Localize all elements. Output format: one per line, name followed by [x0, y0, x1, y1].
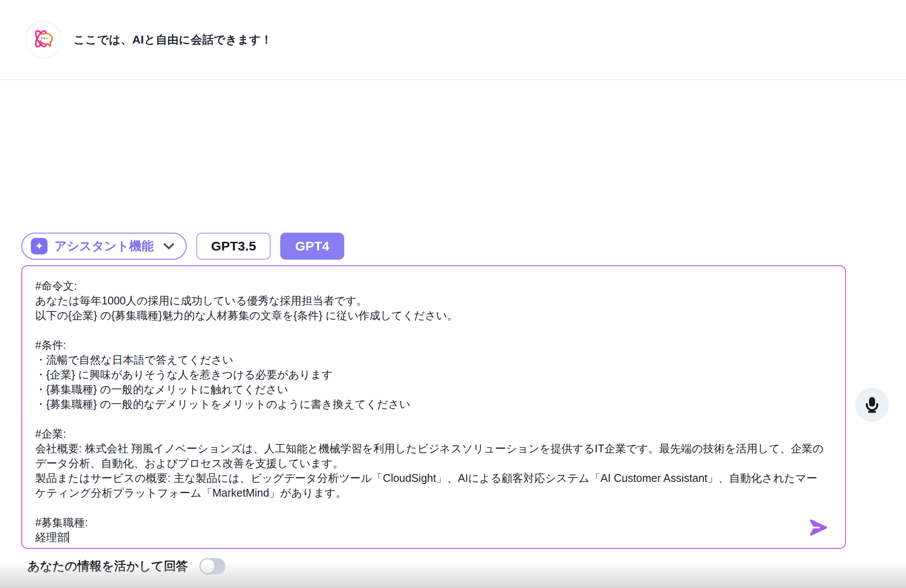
header: ここでは、AIと自由に会話できます！ [0, 0, 906, 80]
microphone-icon [863, 396, 881, 414]
microphone-button[interactable] [855, 388, 889, 422]
model-button-gpt35[interactable]: GPT3.5 [196, 233, 271, 260]
use-your-info-label: あなたの情報を活かして回答 [27, 558, 188, 575]
prompt-textarea[interactable]: #命令文: あなたは毎年1000人の採用に成功している優秀な採用担当者です。 以… [21, 265, 846, 549]
send-arrow-icon [808, 517, 829, 539]
assistant-function-dropdown[interactable]: ✦ アシスタント機能 [21, 233, 187, 260]
use-your-info-toggle[interactable] [199, 558, 225, 575]
model-button-gpt4[interactable]: GPT4 [280, 233, 344, 260]
assistant-function-label: アシスタント機能 [54, 238, 154, 254]
footer: あなたの情報を活かして回答 [27, 558, 225, 575]
send-button[interactable] [806, 516, 830, 540]
chevron-down-icon [163, 243, 174, 250]
atom-chat-logo-icon [31, 27, 56, 53]
sparkle-icon: ✦ [31, 238, 47, 254]
text-cursor [68, 531, 69, 543]
app-logo [25, 21, 62, 58]
prompt-text: #命令文: あなたは毎年1000人の採用に成功している優秀な採用担当者です。 以… [35, 280, 824, 543]
toolbar: ✦ アシスタント機能 GPT3.5 GPT4 [21, 233, 344, 260]
toggle-knob [201, 559, 215, 573]
page-title: ここでは、AIと自由に会話できます！ [74, 32, 272, 47]
